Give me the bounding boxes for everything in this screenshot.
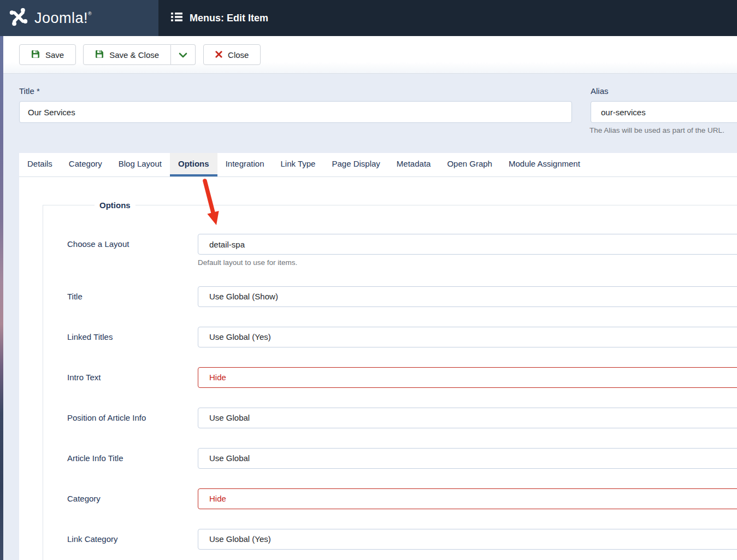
- navbar-title-area: Menus: Edit Item: [158, 0, 737, 36]
- save-icon: [95, 50, 104, 60]
- choose-layout-help: Default layout to use for items.: [198, 258, 737, 267]
- save-icon: [31, 50, 40, 60]
- close-button[interactable]: Close: [203, 44, 261, 65]
- linked-titles-select[interactable]: Use Global (Yes): [198, 327, 737, 347]
- chevron-down-icon: [179, 50, 187, 60]
- intro-text-select[interactable]: Hide: [198, 367, 737, 388]
- category-option-label: Category: [67, 488, 198, 509]
- field-row-intro-text: Intro Text Hide: [67, 367, 737, 388]
- title-field-label: Title *: [19, 86, 40, 96]
- alias-field-label: Alias: [591, 86, 609, 96]
- link-category-label: Link Category: [67, 529, 198, 550]
- tab-integration[interactable]: Integration: [217, 153, 273, 176]
- field-row-link-category: Link Category Use Global (Yes): [67, 529, 737, 550]
- link-category-select[interactable]: Use Global (Yes): [198, 529, 737, 550]
- save-and-close-label: Save & Close: [109, 50, 159, 60]
- save-close-button-group: Save & Close: [83, 44, 196, 65]
- alias-input[interactable]: [591, 101, 737, 123]
- title-input[interactable]: [19, 101, 572, 123]
- save-and-close-button[interactable]: Save & Close: [83, 44, 171, 65]
- close-button-label: Close: [228, 50, 249, 60]
- tab-page-display[interactable]: Page Display: [323, 153, 388, 176]
- brand-wordmark: Joomla!®: [34, 10, 92, 27]
- field-row-title: Title Use Global (Show): [67, 286, 737, 307]
- title-option-label: Title: [67, 286, 198, 307]
- alias-help-text: The Alias will be used as part of the UR…: [589, 126, 724, 134]
- tab-bar: Details Category Blog Layout Options Int…: [19, 153, 737, 177]
- top-navbar: Joomla!® Menus: Edit Item: [0, 0, 737, 36]
- position-article-info-select[interactable]: Use Global: [198, 408, 737, 428]
- choose-layout-label: Choose a Layout: [67, 234, 198, 255]
- toolbar: Save Save & Close: [3, 36, 737, 74]
- tab-open-graph[interactable]: Open Graph: [439, 153, 500, 176]
- tab-link-type[interactable]: Link Type: [273, 153, 324, 176]
- field-row-position-article-info: Position of Article Info Use Global: [67, 408, 737, 428]
- category-option-select[interactable]: Hide: [198, 488, 737, 509]
- article-info-title-select[interactable]: Use Global: [198, 448, 737, 469]
- field-row-choose-layout: Choose a Layout Default layout to use fo…: [67, 234, 737, 267]
- tab-metadata[interactable]: Metadata: [388, 153, 439, 176]
- intro-text-label: Intro Text: [67, 367, 198, 388]
- joomla-logo[interactable]: Joomla!®: [0, 0, 158, 36]
- field-row-article-info-title: Article Info Title Use Global: [67, 448, 737, 469]
- edit-item-card: Details Category Blog Layout Options Int…: [19, 153, 737, 560]
- page-title: Menus: Edit Item: [190, 13, 268, 24]
- tab-options[interactable]: Options: [170, 153, 217, 176]
- registered-mark: ®: [88, 11, 92, 16]
- field-row-linked-titles: Linked Titles Use Global (Yes): [67, 327, 737, 347]
- field-row-category: Category Hide: [67, 488, 737, 509]
- save-button[interactable]: Save: [19, 44, 76, 65]
- tab-blog-layout[interactable]: Blog Layout: [110, 153, 170, 176]
- choose-layout-input[interactable]: [198, 234, 737, 255]
- save-button-label: Save: [45, 50, 64, 60]
- title-alias-bar: Title * Alias The Alias will be used as …: [3, 74, 737, 153]
- save-options-dropdown-toggle[interactable]: [171, 44, 196, 65]
- linked-titles-label: Linked Titles: [67, 327, 198, 347]
- joomla-mark-icon: [8, 7, 29, 30]
- tab-module-assignment[interactable]: Module Assignment: [500, 153, 588, 176]
- menu-list-icon: [171, 12, 182, 24]
- tab-details[interactable]: Details: [19, 153, 61, 176]
- title-option-select[interactable]: Use Global (Show): [198, 286, 737, 307]
- article-info-title-label: Article Info Title: [67, 448, 198, 469]
- options-fieldset: Options Choose a Layout Default layout t…: [43, 201, 737, 560]
- options-legend: Options: [95, 201, 135, 210]
- position-article-info-label: Position of Article Info: [67, 408, 198, 428]
- close-icon: [215, 50, 222, 60]
- tab-category[interactable]: Category: [61, 153, 110, 176]
